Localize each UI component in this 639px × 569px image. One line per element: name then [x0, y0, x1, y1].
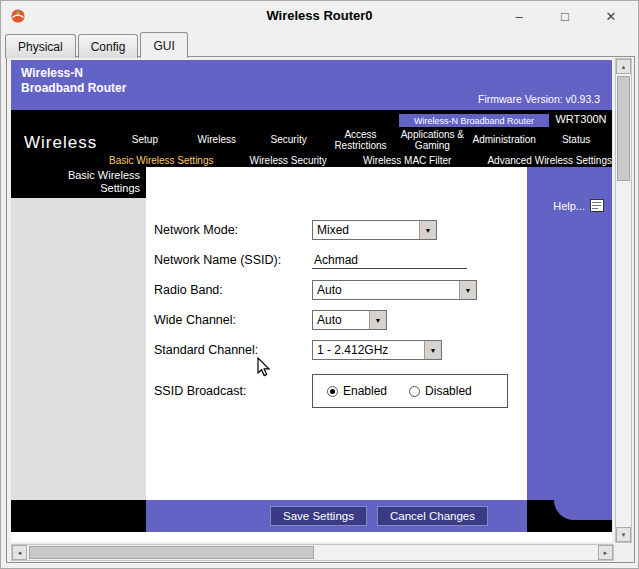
footer-corner [527, 500, 612, 532]
ssid-broadcast-disabled-option[interactable]: Disabled [409, 384, 472, 398]
ssid-broadcast-label: SSID Broadcast: [154, 384, 312, 398]
radio-band-label: Radio Band: [154, 283, 312, 297]
scrollbar-corner [615, 544, 632, 561]
ssid-broadcast-group: Enabled Disabled [312, 374, 508, 408]
maximize-icon[interactable]: □ [542, 1, 588, 31]
firmware-version: Firmware Version: v0.93.3 [478, 93, 600, 105]
router-footer: Save Settings Cancel Changes [11, 500, 612, 532]
router-title: Wireless-N Broadband Router [21, 66, 126, 96]
horizontal-scroll-thumb[interactable] [29, 546, 314, 559]
subnav-wireless-mac-filter[interactable]: Wireless MAC Filter [363, 155, 451, 167]
minimize-icon[interactable]: – [496, 1, 542, 31]
close-icon[interactable]: ✕ [588, 1, 634, 31]
radio-band-value: Auto [313, 283, 459, 297]
wide-channel-value: Auto [313, 313, 369, 327]
nav-item-security[interactable]: Security [253, 126, 325, 153]
enabled-option-label: Enabled [343, 384, 387, 398]
wireless-settings-form: Network Mode: Mixed ▼ Network Name (SSID… [154, 215, 522, 409]
left-sidebar: Basic Wireless Settings [11, 167, 146, 500]
sidebar-section-label: Basic Wireless Settings [11, 167, 146, 198]
router-header: Wireless-N Broadband Router Firmware Ver… [11, 60, 612, 110]
form-row-ssid: Network Name (SSID): [154, 245, 522, 275]
model-number: WRT300N [551, 113, 611, 125]
horizontal-scrollbar[interactable]: ◄ ► [11, 544, 614, 561]
wide-channel-label: Wide Channel: [154, 313, 312, 327]
ssid-broadcast-enabled-option[interactable]: Enabled [327, 384, 387, 398]
scroll-up-icon[interactable]: ▲ [616, 59, 631, 74]
settings-panel: Network Mode: Mixed ▼ Network Name (SSID… [146, 167, 527, 500]
help-label: Help... [553, 200, 585, 212]
network-mode-value: Mixed [313, 223, 419, 237]
window-controls: – □ ✕ [496, 1, 634, 31]
nav-item-status[interactable]: Status [540, 126, 612, 153]
subnav-basic-wireless-settings[interactable]: Basic Wireless Settings [109, 155, 213, 167]
radio-band-select[interactable]: Auto ▼ [312, 280, 477, 300]
section-brand: Wireless [24, 133, 97, 153]
wide-channel-select[interactable]: Auto ▼ [312, 310, 387, 330]
nav-item-wireless[interactable]: Wireless [181, 126, 253, 153]
router-nav-band: Wireless-N Broadband Router WRT300N Wire… [11, 110, 612, 167]
sub-nav: Basic Wireless Settings Wireless Securit… [109, 155, 612, 167]
nav-item-applications-gaming[interactable]: Applications & Gaming [396, 126, 468, 153]
help-document-icon [590, 199, 604, 212]
standard-channel-select[interactable]: 1 - 2.412GHz ▼ [312, 340, 442, 360]
standard-channel-label: Standard Channel: [154, 343, 312, 357]
router-web-page: Wireless-N Broadband Router Firmware Ver… [11, 60, 612, 542]
app-window: Wireless Router0 – □ ✕ Physical Config G… [0, 0, 639, 569]
cancel-changes-button[interactable]: Cancel Changes [377, 506, 488, 526]
router-body: Basic Wireless Settings Network Mode: Mi… [11, 167, 612, 500]
tab-bar: Physical Config GUI [5, 32, 188, 58]
titlebar: Wireless Router0 – □ ✕ [1, 1, 638, 31]
ssid-label: Network Name (SSID): [154, 253, 312, 267]
radio-unchecked-icon [409, 386, 420, 397]
nav-item-administration[interactable]: Administration [468, 126, 540, 153]
dropdown-arrow-icon: ▼ [424, 341, 441, 359]
corner-curve-decoration [554, 500, 612, 520]
form-row-standard-channel: Standard Channel: 1 - 2.412GHz ▼ [154, 335, 522, 365]
vertical-scroll-thumb[interactable] [617, 76, 630, 181]
form-row-network-mode: Network Mode: Mixed ▼ [154, 215, 522, 245]
standard-channel-value: 1 - 2.412GHz [313, 343, 424, 357]
form-row-ssid-broadcast: SSID Broadcast: Enabled Disabled [154, 373, 522, 409]
help-column: Help... [527, 167, 612, 500]
vertical-scrollbar[interactable]: ▲ ▼ [615, 58, 632, 543]
router-title-line2: Broadband Router [21, 81, 126, 96]
ssid-input[interactable] [312, 251, 467, 269]
scroll-left-icon[interactable]: ◄ [12, 545, 27, 560]
save-settings-button[interactable]: Save Settings [270, 506, 367, 526]
nav-item-setup[interactable]: Setup [109, 126, 181, 153]
dropdown-arrow-icon: ▼ [459, 281, 476, 299]
gui-content-frame: Wireless-N Broadband Router Firmware Ver… [6, 56, 635, 563]
tab-gui[interactable]: GUI [140, 32, 187, 58]
help-link[interactable]: Help... [527, 199, 612, 212]
subnav-wireless-security[interactable]: Wireless Security [250, 155, 327, 167]
network-mode-label: Network Mode: [154, 223, 312, 237]
subnav-advanced-wireless-settings[interactable]: Advanced Wireless Settings [487, 155, 612, 167]
network-mode-select[interactable]: Mixed ▼ [312, 220, 437, 240]
disabled-option-label: Disabled [425, 384, 472, 398]
radio-checked-icon [327, 386, 338, 397]
scroll-down-icon[interactable]: ▼ [616, 527, 631, 542]
nav-item-access-restrictions[interactable]: Access Restrictions [325, 126, 397, 153]
scroll-right-icon[interactable]: ► [598, 545, 613, 560]
dropdown-arrow-icon: ▼ [419, 221, 436, 239]
router-title-line1: Wireless-N [21, 66, 126, 81]
tab-physical[interactable]: Physical [5, 34, 76, 58]
form-row-radio-band: Radio Band: Auto ▼ [154, 275, 522, 305]
form-row-wide-channel: Wide Channel: Auto ▼ [154, 305, 522, 335]
main-nav: Setup Wireless Security Access Restricti… [109, 126, 612, 153]
tab-config[interactable]: Config [78, 34, 139, 58]
dropdown-arrow-icon: ▼ [369, 311, 386, 329]
